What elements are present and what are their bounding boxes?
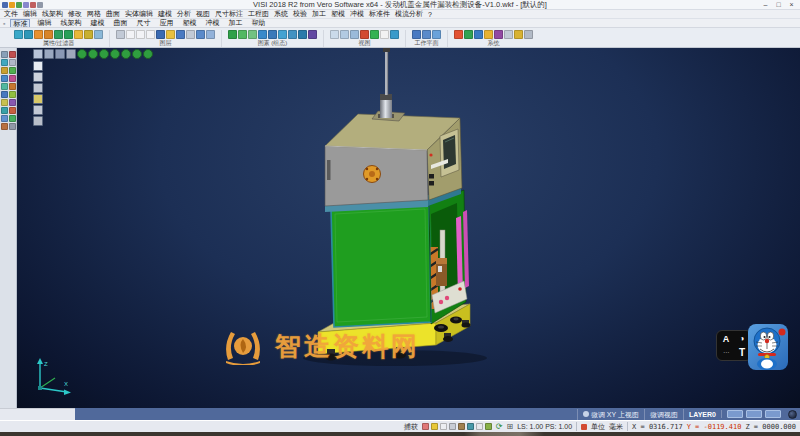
view-toolbar-icon[interactable] xyxy=(143,49,153,59)
toolbar-icon[interactable] xyxy=(298,30,307,39)
view-toolbar-icon[interactable] xyxy=(110,49,120,59)
snap-toggle-icon[interactable] xyxy=(458,423,465,430)
view-toolbar-icon[interactable] xyxy=(33,72,43,82)
toolbar-icon[interactable] xyxy=(494,30,503,39)
toolbar-tab[interactable]: 线架构 xyxy=(58,19,83,28)
menu-item[interactable]: 冲模 xyxy=(350,10,364,19)
menu-item[interactable]: 曲面 xyxy=(106,10,120,19)
toolbar-icon[interactable] xyxy=(206,30,215,39)
view-toolbar-icon[interactable] xyxy=(33,49,43,59)
toolbar-icon[interactable] xyxy=(390,30,399,39)
toolbar-icon[interactable] xyxy=(432,30,441,39)
toolbar-icon[interactable] xyxy=(308,30,317,39)
toolbar-icon[interactable] xyxy=(474,30,483,39)
menu-item[interactable]: 尺寸标注 xyxy=(215,10,243,19)
sidebar-icon[interactable] xyxy=(9,107,16,114)
toolbar-icon[interactable] xyxy=(196,30,205,39)
toolbar-tab[interactable]: 加工 xyxy=(226,19,244,28)
sidebar-icon[interactable] xyxy=(1,59,8,66)
toolbar-icon[interactable] xyxy=(412,30,421,39)
sidebar-icon[interactable] xyxy=(9,115,16,122)
sidebar-icon[interactable] xyxy=(1,75,8,82)
toolbar-icon[interactable] xyxy=(94,30,103,39)
toolbar-tab[interactable]: 应用 xyxy=(157,19,175,28)
menu-item[interactable]: 文件 xyxy=(4,10,18,19)
toolbar-tab[interactable]: 冲模 xyxy=(203,19,221,28)
view-toolbar-icon[interactable] xyxy=(33,94,43,104)
toolbar-icon[interactable] xyxy=(228,30,237,39)
toolbar-icon[interactable] xyxy=(14,30,23,39)
snap-toggle-icon[interactable] xyxy=(467,423,474,430)
menu-item[interactable]: 视图 xyxy=(196,10,210,19)
menu-item[interactable]: 系统 xyxy=(274,10,288,19)
menu-item[interactable]: 模流分析 xyxy=(395,10,423,19)
menu-item[interactable]: 编辑 xyxy=(23,10,37,19)
layer-button[interactable] xyxy=(727,410,743,418)
grid-icon[interactable]: ⊞ xyxy=(506,423,513,431)
toolbar-icon[interactable] xyxy=(484,30,493,39)
toolbar-icon[interactable] xyxy=(64,30,73,39)
sidebar-icon[interactable] xyxy=(9,83,16,90)
toolbar-icon[interactable] xyxy=(34,30,43,39)
toolbar-icon[interactable] xyxy=(116,30,125,39)
view-toolbar-icon[interactable] xyxy=(55,49,65,59)
toolbar-icon[interactable] xyxy=(186,30,195,39)
layer-button[interactable] xyxy=(746,410,762,418)
toolbar-icon[interactable] xyxy=(340,30,349,39)
toolbar-tab[interactable]: 编辑 xyxy=(35,19,53,28)
menu-item[interactable]: 修改 xyxy=(68,10,82,19)
close-button[interactable]: × xyxy=(785,0,798,9)
menu-item[interactable]: 分析 xyxy=(177,10,191,19)
titlebar-icon[interactable] xyxy=(2,2,8,8)
menu-item[interactable]: 建模 xyxy=(158,10,172,19)
toolbar-icon[interactable] xyxy=(24,30,33,39)
sidebar-icon[interactable] xyxy=(1,123,8,130)
sidebar-icon[interactable] xyxy=(9,99,16,106)
toolbar-icon[interactable] xyxy=(176,30,185,39)
toolbar-icon[interactable] xyxy=(514,30,523,39)
view-toolbar-icon[interactable] xyxy=(99,49,109,59)
toolbar-icon[interactable] xyxy=(136,30,145,39)
titlebar-icon[interactable] xyxy=(9,2,15,8)
menu-item[interactable]: 标准件 xyxy=(369,10,390,19)
sidebar-icon[interactable] xyxy=(1,115,8,122)
toolbar-icon[interactable] xyxy=(146,30,155,39)
toolbar-icon[interactable] xyxy=(278,30,287,39)
titlebar-icon[interactable] xyxy=(30,2,36,8)
toolbar-tab[interactable]: 尺寸 xyxy=(134,19,152,28)
sidebar-icon[interactable] xyxy=(9,123,16,130)
nav-a-label[interactable]: A xyxy=(723,334,730,344)
sidebar-icon[interactable] xyxy=(1,91,8,98)
toolbar-icon[interactable] xyxy=(84,30,93,39)
toolbar-icon[interactable] xyxy=(288,30,297,39)
toolbar-icon[interactable] xyxy=(74,30,83,39)
view-toolbar-icon[interactable] xyxy=(132,49,142,59)
menu-item[interactable]: 实体编辑 xyxy=(125,10,153,19)
toolbar-icon[interactable] xyxy=(156,30,165,39)
menu-item[interactable]: 加工 xyxy=(312,10,326,19)
menu-item[interactable]: 线架构 xyxy=(42,10,63,19)
toolbar-icon[interactable] xyxy=(524,30,533,39)
snap-toggle-icon[interactable] xyxy=(485,423,492,430)
toolbar-icon[interactable] xyxy=(268,30,277,39)
toolbar-icon[interactable] xyxy=(360,30,369,39)
toolbar-tab[interactable]: 标准 xyxy=(10,19,30,28)
view-toolbar-icon[interactable] xyxy=(77,49,87,59)
view-toolbar-icon[interactable] xyxy=(121,49,131,59)
view-toolbar-icon[interactable] xyxy=(44,49,54,59)
nav-moon-icon[interactable]: ◑ xyxy=(740,334,745,343)
layer-button[interactable] xyxy=(765,410,781,418)
menu-item[interactable]: 网格 xyxy=(87,10,101,19)
sidebar-icon[interactable] xyxy=(1,51,8,58)
toolbar-icon[interactable] xyxy=(504,30,513,39)
nav-t-label[interactable]: T xyxy=(739,347,745,358)
sidebar-icon[interactable] xyxy=(9,51,16,58)
view-toolbar-icon[interactable] xyxy=(33,116,43,126)
toolbar-icon[interactable] xyxy=(454,30,463,39)
toolbar-icon[interactable] xyxy=(54,30,63,39)
titlebar-icon[interactable] xyxy=(16,2,22,8)
sidebar-icon[interactable] xyxy=(1,67,8,74)
toolbar-icon[interactable] xyxy=(126,30,135,39)
view-toolbar-icon[interactable] xyxy=(33,61,43,71)
menu-item[interactable]: 工程图 xyxy=(248,10,269,19)
